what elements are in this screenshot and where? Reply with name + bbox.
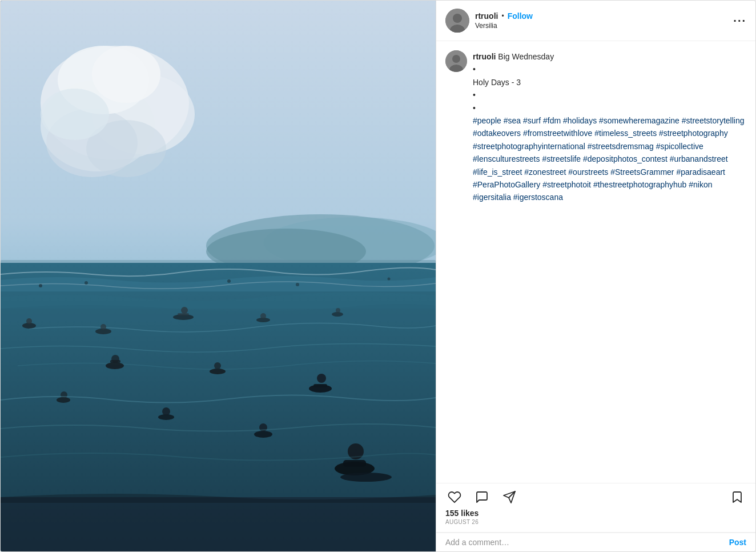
- post-comment-button[interactable]: Post: [729, 538, 746, 547]
- svg-point-50: [453, 14, 462, 23]
- svg-rect-48: [1, 497, 436, 551]
- svg-point-23: [332, 312, 343, 317]
- svg-point-36: [340, 473, 392, 482]
- header-username: rtruoli: [475, 11, 498, 21]
- post-caption-area: rtruoli Big Wednesday • Holy Days - 3 • …: [436, 41, 755, 483]
- svg-point-28: [210, 369, 226, 374]
- svg-point-24: [336, 308, 340, 313]
- comment-input[interactable]: [445, 538, 725, 547]
- svg-point-38: [61, 391, 67, 398]
- share-button[interactable]: [500, 488, 518, 506]
- caption-bullet3: •: [473, 103, 476, 113]
- avatar: [445, 9, 469, 33]
- caption-bullet2: •: [473, 90, 476, 99]
- svg-point-17: [100, 324, 106, 330]
- caption-entry: rtruoli Big Wednesday • Holy Days - 3 • …: [445, 50, 746, 204]
- svg-rect-34: [343, 460, 366, 467]
- follow-button[interactable]: Follow: [508, 11, 533, 21]
- more-options-button[interactable]: ···: [733, 14, 746, 27]
- caption-username: rtruoli: [473, 52, 496, 61]
- caption-bullet1: •: [473, 65, 476, 74]
- svg-point-15: [26, 318, 32, 324]
- post-date: AUGUST 26: [445, 519, 746, 530]
- action-icons-row: [445, 488, 746, 506]
- comment-input-row: Post: [436, 533, 755, 551]
- caption-title: Big Wednesday: [498, 52, 554, 61]
- post-content-panel: rtruoli • Follow Versilia ···: [436, 1, 755, 551]
- likes-count: 155 likes: [445, 506, 746, 519]
- svg-point-44: [85, 281, 88, 285]
- caption-hashtags: #people #sea #surf #fdm #holidays #somew…: [473, 116, 745, 202]
- svg-point-46: [296, 283, 299, 286]
- caption-body: rtruoli Big Wednesday • Holy Days - 3 • …: [473, 50, 746, 204]
- svg-point-47: [388, 278, 391, 281]
- header-separator-dot: •: [501, 12, 504, 20]
- comment-button[interactable]: [473, 488, 491, 506]
- svg-point-29: [214, 362, 221, 369]
- caption-line1: Holy Days - 3: [473, 78, 521, 87]
- svg-point-25: [106, 362, 124, 369]
- header-location: Versilia: [475, 22, 727, 30]
- svg-point-40: [162, 407, 170, 415]
- post-header: rtruoli • Follow Versilia ···: [436, 1, 755, 41]
- svg-point-22: [260, 313, 266, 319]
- like-button[interactable]: [445, 488, 464, 506]
- svg-point-7: [92, 46, 160, 103]
- header-info: rtruoli • Follow Versilia: [475, 11, 727, 30]
- header-username-row: rtruoli • Follow: [475, 11, 727, 21]
- svg-point-20: [181, 307, 188, 314]
- post-actions: 155 likes AUGUST 26: [436, 483, 755, 533]
- post-container: rtruoli • Follow Versilia ···: [0, 0, 756, 552]
- caption-avatar: [445, 50, 467, 72]
- svg-point-41: [254, 431, 272, 438]
- svg-rect-31: [313, 384, 327, 387]
- svg-point-53: [452, 55, 460, 63]
- svg-point-32: [317, 374, 326, 383]
- svg-point-43: [39, 284, 42, 287]
- svg-point-8: [41, 89, 109, 140]
- svg-point-45: [227, 279, 231, 283]
- post-image: [1, 1, 436, 551]
- svg-rect-27: [110, 360, 120, 363]
- bookmark-button[interactable]: [728, 488, 746, 506]
